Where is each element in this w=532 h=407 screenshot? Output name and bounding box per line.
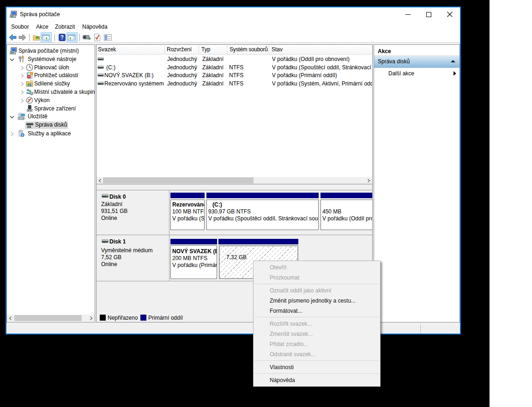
svg-text:?: ? — [60, 34, 64, 41]
